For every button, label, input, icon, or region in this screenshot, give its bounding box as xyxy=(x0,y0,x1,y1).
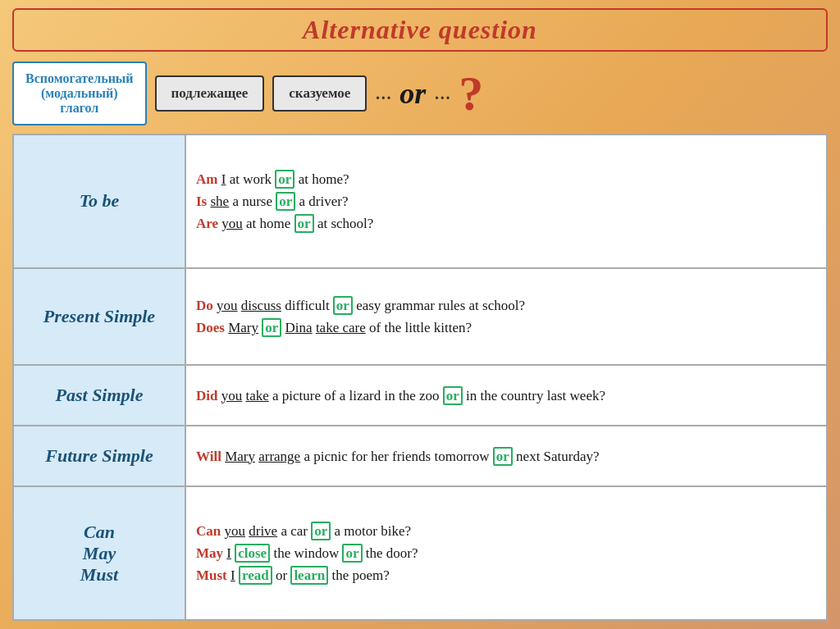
subject-box: подлежащее xyxy=(155,75,265,112)
content-future-simple: Will Mary arrange a picnic for her frien… xyxy=(185,426,827,486)
table-row: Present Simple Do you discuss difficult … xyxy=(13,268,827,365)
aux-verb-label: Вспомогательный(модальный)глагол xyxy=(25,71,134,115)
table-row: CanMayMust Can you drive a car or a moto… xyxy=(13,486,827,620)
aux-verb-box: Вспомогательный(модальный)глагол xyxy=(12,62,147,125)
close-box: close xyxy=(235,544,270,563)
label-future-simple: Future Simple xyxy=(13,426,185,486)
label-past-simple: Past Simple xyxy=(13,365,185,426)
predicate-label: сказуемое xyxy=(289,85,350,101)
content-modal: Can you drive a car or a motor bike? May… xyxy=(185,486,827,620)
label-modal: CanMayMust xyxy=(13,486,185,620)
predicate-box: сказуемое xyxy=(272,75,367,112)
content-present-simple: Do you discuss difficult or easy grammar… xyxy=(185,268,827,365)
content-to-be: Am I at work or at home? Is she a nurse … xyxy=(185,134,827,268)
or-label: or xyxy=(399,76,426,111)
label-to-be: To be xyxy=(13,134,185,268)
dots2: … xyxy=(434,84,450,103)
table-row: Past Simple Did you take a picture of a … xyxy=(13,365,827,426)
content-past-simple: Did you take a picture of a lizard in th… xyxy=(185,365,827,426)
table-row: Future Simple Will Mary arrange a picnic… xyxy=(13,426,827,486)
formula-row: Вспомогательный(модальный)глагол подлежа… xyxy=(12,62,828,125)
label-present-simple: Present Simple xyxy=(13,268,185,365)
main-table: To be Am I at work or at home? Is she a … xyxy=(12,134,828,621)
subject-label: подлежащее xyxy=(171,85,249,101)
page-title: Alternative question xyxy=(303,15,537,44)
title-box: Alternative question xyxy=(12,8,828,52)
question-mark-icon: ? xyxy=(459,69,483,118)
dots1: … xyxy=(375,84,391,103)
page: Alternative question Вспомогательный(мод… xyxy=(0,0,840,629)
table-row: To be Am I at work or at home? Is she a … xyxy=(13,134,827,268)
